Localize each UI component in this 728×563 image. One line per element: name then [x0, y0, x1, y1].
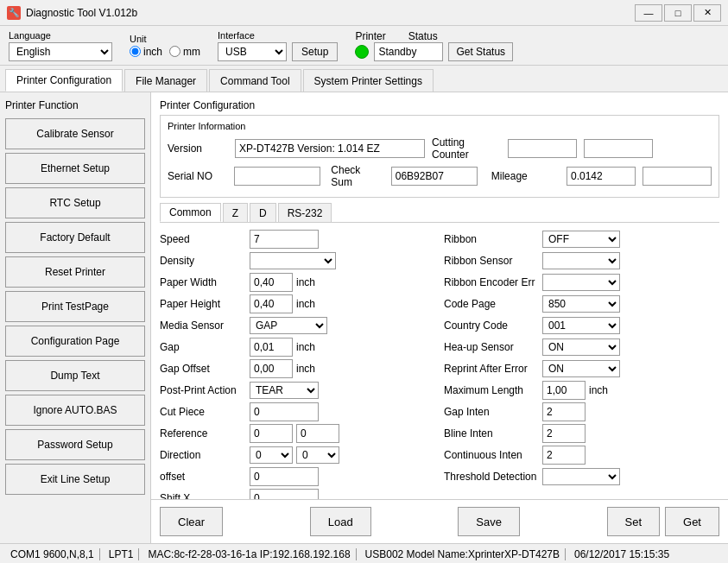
ribbon-select[interactable]: OFF ON [542, 231, 620, 248]
sidebar: Printer Function Calibrate Sensor Ethern… [0, 92, 151, 543]
paper-width-row: Paper Width inch [160, 273, 435, 292]
offset-input[interactable] [250, 467, 319, 486]
load-button[interactable]: Load [310, 507, 371, 536]
reprint-after-error-select[interactable]: ON OFF [542, 360, 620, 377]
printer-config-content: Printer Configuration Printer Informatio… [151, 92, 728, 499]
tab-file-manager[interactable]: File Manager [124, 69, 207, 92]
serial-input[interactable] [234, 167, 320, 186]
reference-input1[interactable] [250, 424, 293, 443]
paper-height-unit: inch [296, 298, 315, 310]
language-select[interactable]: English Chinese Japanese [9, 42, 112, 61]
post-print-label: Post-Print Action [160, 384, 246, 396]
close-button[interactable]: ✕ [693, 4, 721, 22]
max-length-input[interactable] [542, 381, 586, 400]
mileage-input1[interactable] [567, 167, 636, 186]
direction-select2[interactable]: 0 1 [296, 446, 339, 464]
inch-radio-label[interactable]: inch [130, 46, 162, 58]
cutting-counter-label: Cutting Counter [432, 136, 501, 161]
maximize-button[interactable]: □ [664, 4, 692, 22]
checksum-label: Check Sum [331, 164, 383, 188]
mm-radio-label[interactable]: mm [169, 46, 200, 58]
bline-inten-input[interactable] [542, 424, 586, 443]
code-page-select[interactable]: 850 [542, 295, 620, 313]
gap-offset-input[interactable] [250, 359, 293, 378]
paper-width-unit: inch [296, 276, 315, 288]
density-select[interactable] [250, 252, 336, 269]
printer-label: Printer [355, 30, 385, 42]
setup-button[interactable]: Setup [292, 42, 338, 61]
version-row: Version Cutting Counter [168, 136, 712, 161]
post-print-select[interactable]: TEAR CUT PEEL [250, 382, 319, 399]
content-area: Printer Configuration Printer Informatio… [151, 92, 728, 543]
threshold-detection-label: Threshold Detection [444, 471, 539, 483]
media-sensor-select[interactable]: GAP BLINE CONTINUOUS [250, 317, 327, 334]
common-tab-common[interactable]: Common [160, 203, 221, 222]
inch-radio[interactable] [130, 46, 141, 57]
clear-button[interactable]: Clear [160, 507, 223, 536]
country-code-select[interactable]: 001 [542, 317, 620, 334]
calibrate-sensor-button[interactable]: Calibrate Sensor [5, 118, 145, 149]
speed-input[interactable] [250, 230, 319, 249]
gap-offset-unit: inch [296, 363, 315, 375]
print-testpage-button[interactable]: Print TestPage [5, 291, 145, 322]
paper-width-input[interactable] [250, 273, 293, 292]
rtc-setup-button[interactable]: RTC Setup [5, 187, 145, 218]
reset-printer-button[interactable]: Reset Printer [5, 256, 145, 288]
ribbon-sensor-select[interactable] [542, 252, 620, 269]
shift-x-input[interactable] [250, 489, 319, 499]
ignore-auto-bas-button[interactable]: Ignore AUTO.BAS [5, 395, 145, 426]
left-column: Speed Density Paper Width inch [160, 230, 435, 499]
exit-line-setup-button[interactable]: Exit Line Setup [5, 464, 145, 495]
tab-command-tool[interactable]: Command Tool [209, 69, 301, 92]
paper-height-row: Paper Height inch [160, 294, 435, 313]
common-tab-d[interactable]: D [250, 203, 276, 222]
direction-row: Direction 0 1 0 1 [160, 446, 435, 465]
reference-input2[interactable] [296, 424, 339, 443]
interface-select[interactable]: USB COM LPT [218, 42, 287, 61]
cutting-counter-input2[interactable] [584, 139, 653, 158]
get-status-button[interactable]: Get Status [448, 42, 513, 61]
paper-height-label: Paper Height [160, 298, 246, 310]
shift-x-label: Shift X [160, 492, 246, 499]
version-label: Version [168, 142, 228, 155]
threshold-detection-select[interactable] [542, 468, 620, 485]
cut-piece-input[interactable] [250, 402, 319, 421]
status-bar: COM1 9600,N,8,1 LPT1 MAC:8c-f2-28-03-16-… [0, 543, 728, 563]
continuous-inten-label: Continuous Inten [444, 449, 539, 461]
get-button[interactable]: Get [665, 507, 719, 536]
gap-row: Gap inch [160, 338, 435, 357]
cut-piece-row: Cut Piece [160, 402, 435, 421]
tab-system-printer[interactable]: System Printer Settings [303, 69, 434, 92]
ethernet-setup-button[interactable]: Ethernet Setup [5, 153, 145, 184]
dump-text-button[interactable]: Dump Text [5, 360, 145, 391]
cutting-counter-input1[interactable] [508, 139, 577, 158]
minimize-button[interactable]: — [635, 4, 662, 22]
factory-default-button[interactable]: Factory Default [5, 222, 145, 253]
status-datetime: 06/12/2017 15:15:35 [569, 548, 674, 560]
direction-select1[interactable]: 0 1 [250, 446, 293, 464]
common-tab-rs232[interactable]: RS-232 [278, 203, 332, 222]
language-group: Language English Chinese Japanese [9, 30, 112, 61]
threshold-detection-row: Threshold Detection [444, 467, 719, 486]
gap-offset-label: Gap Offset [160, 363, 246, 375]
password-setup-button[interactable]: Password Setup [5, 429, 145, 460]
configuration-page-button[interactable]: Configuration Page [5, 326, 145, 357]
main-tabs: Printer Configuration File Manager Comma… [0, 66, 728, 92]
tab-printer-config[interactable]: Printer Configuration [5, 69, 123, 92]
mileage-input2[interactable] [643, 167, 712, 186]
paper-height-input[interactable] [250, 294, 293, 313]
ribbon-encoder-select[interactable] [542, 274, 620, 291]
mm-radio[interactable] [169, 46, 180, 57]
gap-inten-input[interactable] [542, 402, 586, 421]
mileage-label: Mileage [491, 170, 560, 182]
bline-inten-row: Bline Inten [444, 424, 719, 443]
common-tab-z[interactable]: Z [223, 203, 248, 222]
media-sensor-row: Media Sensor GAP BLINE CONTINUOUS [160, 316, 435, 335]
checksum-input[interactable] [391, 167, 478, 186]
gap-input[interactable] [250, 338, 293, 357]
set-button[interactable]: Set [607, 507, 661, 536]
head-up-sensor-select[interactable]: ON OFF [542, 338, 620, 356]
bline-inten-label: Bline Inten [444, 427, 539, 440]
continuous-inten-input[interactable] [542, 446, 586, 465]
save-button[interactable]: Save [458, 507, 520, 536]
